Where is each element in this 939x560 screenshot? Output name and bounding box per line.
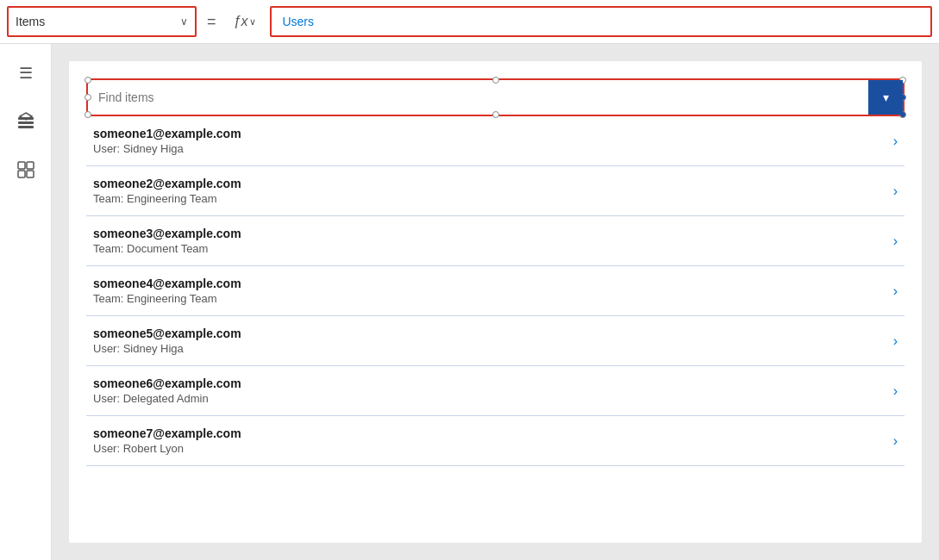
fx-label: ƒx — [234, 14, 248, 29]
list-area: someone1@example.com User: Sidney Higa ›… — [86, 116, 905, 526]
list-item-sub: User: Sidney Higa — [93, 142, 241, 155]
list-item-arrow: › — [893, 233, 898, 249]
grid-icon[interactable] — [10, 154, 41, 185]
layers-icon[interactable] — [10, 106, 41, 137]
equals-sign: = — [203, 13, 220, 31]
list-item-email: someone6@example.com — [93, 376, 241, 390]
hamburger-icon[interactable]: ☰ — [10, 58, 41, 89]
svg-rect-5 — [27, 162, 34, 169]
list-item-content: someone1@example.com User: Sidney Higa — [93, 127, 241, 155]
list-item[interactable]: someone2@example.com Team: Engineering T… — [86, 166, 905, 216]
items-dropdown[interactable]: Items ∨ — [7, 6, 197, 37]
svg-rect-1 — [18, 121, 34, 124]
list-item-sub: Team: Document Team — [93, 242, 241, 255]
svg-rect-7 — [27, 171, 34, 177]
list-item-content: someone2@example.com Team: Engineering T… — [93, 177, 241, 205]
search-dropdown-button[interactable]: ▾ — [868, 80, 903, 115]
fx-button[interactable]: ƒx ∨ — [227, 10, 264, 33]
search-container: ▾ — [86, 78, 905, 116]
search-dropdown-arrow: ▾ — [883, 90, 889, 104]
list-item-arrow: › — [893, 184, 898, 199]
items-dropdown-arrow: ∨ — [180, 16, 188, 28]
list-item-email: someone7@example.com — [93, 426, 241, 440]
search-input[interactable] — [88, 82, 868, 113]
search-row: ▾ — [88, 80, 903, 115]
list-item-sub: User: Sidney Higa — [93, 342, 241, 355]
panel: ▾ someone1@example.com User: Sidney Higa… — [69, 61, 922, 543]
svg-rect-4 — [18, 162, 25, 169]
list-item-email: someone2@example.com — [93, 177, 241, 190]
list-item[interactable]: someone6@example.com User: Delegated Adm… — [86, 366, 905, 416]
list-item-email: someone4@example.com — [93, 277, 241, 290]
fx-arrow: ∨ — [249, 16, 256, 28]
list-item-arrow: › — [893, 433, 898, 449]
list-item[interactable]: someone5@example.com User: Sidney Higa › — [86, 316, 905, 366]
list-item[interactable]: someone4@example.com Team: Engineering T… — [86, 266, 905, 316]
list-item-content: someone7@example.com User: Robert Lyon — [93, 426, 241, 455]
list-item-content: someone6@example.com User: Delegated Adm… — [93, 376, 241, 405]
list-item-sub: Team: Engineering Team — [93, 192, 241, 205]
users-box[interactable]: Users — [270, 6, 932, 37]
list-item[interactable]: someone1@example.com User: Sidney Higa › — [86, 116, 905, 166]
list-item-email: someone3@example.com — [93, 227, 241, 240]
list-item-arrow: › — [893, 333, 898, 349]
list-item-sub: User: Robert Lyon — [93, 442, 241, 455]
svg-rect-2 — [18, 126, 34, 128]
list-item-email: someone1@example.com — [93, 127, 241, 140]
list-item-email: someone5@example.com — [93, 327, 241, 340]
content-area: ▾ someone1@example.com User: Sidney Higa… — [52, 44, 939, 560]
main-layout: ☰ — [0, 44, 939, 560]
list-item-arrow: › — [893, 134, 898, 149]
list-item[interactable]: someone7@example.com User: Robert Lyon › — [86, 416, 905, 466]
users-box-label: Users — [282, 15, 314, 28]
list-item-sub: Team: Engineering Team — [93, 292, 241, 305]
items-dropdown-label: Items — [16, 15, 45, 28]
list-item[interactable]: someone3@example.com Team: Document Team… — [86, 216, 905, 266]
list-item-arrow: › — [893, 283, 898, 299]
list-item-content: someone5@example.com User: Sidney Higa — [93, 327, 241, 355]
list-item-sub: User: Delegated Admin — [93, 392, 241, 405]
sidebar: ☰ — [0, 44, 52, 560]
list-item-content: someone3@example.com Team: Document Team — [93, 227, 241, 255]
top-bar: Items ∨ = ƒx ∨ Users — [0, 0, 939, 44]
list-item-content: someone4@example.com Team: Engineering T… — [93, 277, 241, 305]
list-item-arrow: › — [893, 383, 898, 399]
svg-rect-6 — [18, 171, 25, 177]
